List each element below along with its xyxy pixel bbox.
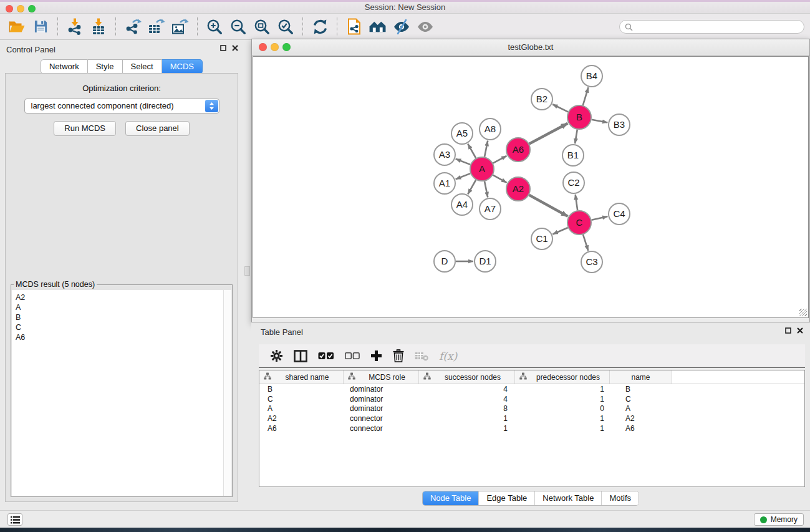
column-header-predecessor-nodes[interactable]: predecessor nodes: [515, 370, 610, 384]
list-item[interactable]: C: [16, 322, 231, 332]
tab-select[interactable]: Select: [123, 59, 162, 74]
tab-network-table[interactable]: Network Table: [534, 491, 601, 505]
table-cell[interactable]: C: [610, 395, 672, 404]
close-network-light[interactable]: [259, 43, 267, 51]
import-network-icon[interactable]: [63, 16, 87, 37]
home-icon[interactable]: [366, 16, 390, 37]
table-cell[interactable]: C: [259, 395, 344, 404]
zoom-in-icon[interactable]: [203, 16, 226, 37]
document-network-icon[interactable]: [342, 16, 366, 37]
graph-edge-A-A8[interactable]: [485, 141, 488, 157]
column-header-name[interactable]: name: [610, 370, 672, 384]
list-item[interactable]: A2: [16, 293, 231, 302]
column-header-shared-name[interactable]: shared name: [259, 370, 344, 384]
minimize-network-light[interactable]: [271, 43, 279, 51]
hide-details-icon[interactable]: [390, 16, 413, 37]
zoom-network-light[interactable]: [282, 43, 291, 51]
table-gear-icon[interactable]: [270, 349, 283, 362]
graph-edge-B-B3[interactable]: [592, 120, 608, 123]
close-table-panel-icon[interactable]: [797, 327, 803, 334]
run-mcds-button[interactable]: Run MCDS: [54, 121, 116, 136]
task-history-button[interactable]: [7, 513, 22, 526]
minimize-window-light[interactable]: [17, 5, 24, 12]
show-details-icon[interactable]: [413, 16, 437, 37]
refresh-icon[interactable]: [308, 16, 332, 37]
resize-grip-icon[interactable]: [799, 309, 807, 316]
graph-edge-A-A6[interactable]: [493, 156, 507, 163]
list-item[interactable]: A: [16, 302, 231, 312]
table-cell[interactable]: connector: [344, 424, 419, 433]
close-panel-button[interactable]: Close panel: [125, 121, 190, 136]
graph-edge-C-C4[interactable]: [592, 216, 608, 220]
export-image-icon[interactable]: [168, 16, 192, 37]
table-row[interactable]: Bdominator41B: [259, 384, 804, 394]
import-table-icon[interactable]: [87, 16, 110, 37]
network-window-titlebar[interactable]: testGlobe.txt: [252, 39, 809, 56]
graph-edge-C-C2[interactable]: [576, 195, 578, 210]
zoom-window-light[interactable]: [28, 5, 36, 12]
graph-edge-C-C1[interactable]: [552, 228, 567, 234]
deselect-all-icon[interactable]: [345, 352, 360, 360]
graph-edge-C-C3[interactable]: [583, 235, 588, 251]
table-row[interactable]: Adominator80A: [259, 404, 804, 414]
table-cell[interactable]: B: [259, 385, 344, 394]
save-session-icon[interactable]: [29, 16, 52, 37]
column-header-mcds-role[interactable]: MCDS role: [344, 370, 419, 384]
table-cell[interactable]: 1: [515, 395, 610, 404]
export-network-icon[interactable]: [121, 16, 145, 37]
zoom-fit-icon[interactable]: [250, 16, 274, 37]
vertical-split-divider-grip[interactable]: [244, 266, 250, 276]
table-cell[interactable]: dominator: [344, 395, 419, 404]
table-cell[interactable]: A6: [259, 424, 344, 433]
search-field[interactable]: [619, 20, 804, 34]
tab-edge-table[interactable]: Edge Table: [478, 491, 534, 505]
table-cell[interactable]: 4: [419, 385, 515, 394]
graph-edge-A-A7[interactable]: [485, 181, 488, 198]
table-row[interactable]: A6connector11A6: [259, 423, 804, 433]
tab-mcds[interactable]: MCDS: [162, 59, 203, 74]
graph-edge-A-A5[interactable]: [468, 144, 476, 158]
table-cell[interactable]: dominator: [344, 404, 419, 413]
table-row[interactable]: A2connector11A2: [259, 414, 804, 423]
split-columns-icon[interactable]: [294, 350, 307, 362]
graph-edge-A2-C[interactable]: [529, 195, 568, 216]
zoom-selected-icon[interactable]: [274, 16, 297, 37]
column-header-successor-nodes[interactable]: successor nodes: [419, 370, 515, 384]
table-row[interactable]: Cdominator41C: [259, 394, 804, 404]
graph-edge-A-A3[interactable]: [456, 159, 471, 165]
table-cell[interactable]: dominator: [344, 385, 419, 394]
graph-edge-B-B2[interactable]: [552, 104, 568, 112]
add-column-icon[interactable]: [370, 350, 382, 362]
table-cell[interactable]: 0: [515, 404, 610, 413]
close-window-light[interactable]: [6, 5, 13, 12]
scrollbar-track[interactable]: [223, 290, 231, 496]
zoom-out-icon[interactable]: [226, 16, 250, 37]
table-cell[interactable]: A: [259, 404, 344, 413]
float-table-panel-icon[interactable]: [785, 327, 791, 334]
table-cell[interactable]: A6: [610, 424, 672, 433]
network-canvas[interactable]: B4B2BB3A8A5A6A3B1AC2A1A2A4A7C4CC1DC3D1: [253, 56, 809, 318]
memory-button[interactable]: Memory: [754, 513, 804, 526]
table-cell[interactable]: 4: [419, 395, 515, 404]
search-input[interactable]: [633, 22, 804, 31]
table-cell[interactable]: 1: [515, 414, 610, 423]
table-cell[interactable]: 1: [419, 414, 515, 423]
table-cell[interactable]: 1: [515, 385, 610, 394]
select-all-icon[interactable]: [318, 352, 334, 360]
graph-edge-A6-B[interactable]: [529, 123, 568, 144]
tab-node-table[interactable]: Node Table: [423, 491, 479, 505]
float-panel-icon[interactable]: [220, 45, 226, 51]
table-cell[interactable]: 1: [419, 424, 515, 433]
tab-network[interactable]: Network: [41, 59, 88, 74]
table-cell[interactable]: A: [610, 404, 672, 413]
tab-style[interactable]: Style: [88, 59, 123, 74]
graph-edge-B-B1[interactable]: [575, 130, 577, 144]
table-cell[interactable]: A2: [259, 414, 344, 423]
table-cell[interactable]: B: [610, 385, 672, 394]
delete-column-icon[interactable]: [393, 349, 404, 362]
graph-edge-B-B4[interactable]: [583, 87, 589, 105]
graph-edge-A-A2[interactable]: [493, 175, 507, 183]
table-cell[interactable]: 8: [419, 404, 515, 413]
graph-edge-A-A1[interactable]: [456, 173, 471, 179]
close-panel-icon[interactable]: [232, 45, 238, 51]
